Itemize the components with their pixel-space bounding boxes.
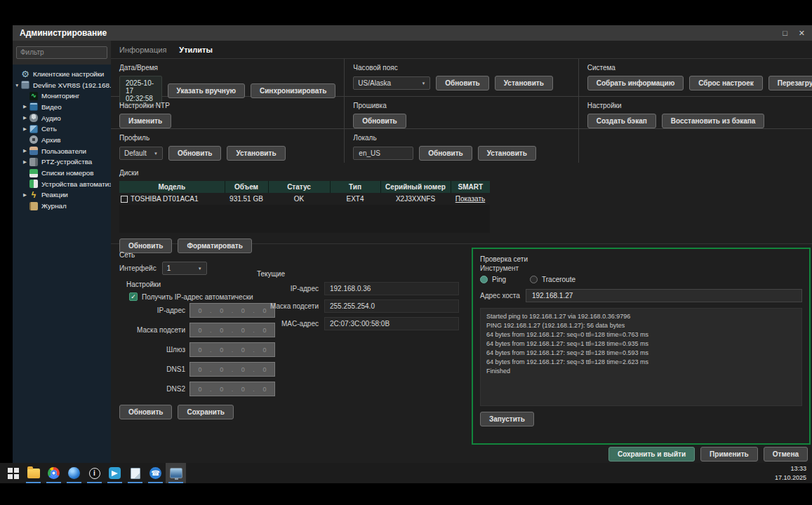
- timezone-refresh-button[interactable]: Обновить: [436, 76, 488, 90]
- section-backup: Настройки Создать бэкап Восстановить из …: [579, 97, 812, 129]
- gateway-input[interactable]: 0. 0. 0. 0: [189, 342, 275, 357]
- taskbar-clock[interactable]: 13:33 17.10.2025: [775, 463, 812, 483]
- cancel-button[interactable]: Отмена: [764, 447, 808, 462]
- run-button[interactable]: Запустить: [480, 412, 534, 426]
- tab-utilities[interactable]: Утилиты: [179, 46, 213, 54]
- sidebar-item-device[interactable]: ▼ Devline XVR8S (192.168.0.36): [13, 79, 111, 90]
- taskbar-notepad[interactable]: [125, 463, 145, 483]
- section-ntp: Настройки NTP Изменить: [111, 97, 344, 129]
- expand-arrow[interactable]: ▶: [23, 126, 29, 132]
- dns2-input[interactable]: 0. 0. 0. 0: [189, 382, 275, 396]
- interface-select[interactable]: 1 ▼: [162, 262, 207, 275]
- ntp-edit-button[interactable]: Изменить: [119, 114, 171, 128]
- locale-set-button[interactable]: Установить: [478, 146, 536, 161]
- sidebar-item-users[interactable]: ▶ Пользователи: [13, 145, 111, 156]
- section-disks: Диски Модель Объем Статус Тип Серийный н…: [111, 163, 812, 244]
- section-firmware: Прошивка Обновить: [345, 97, 578, 129]
- octet: 0: [233, 366, 253, 373]
- field-label: Шлюз: [119, 346, 185, 354]
- dns1-row: DNS1 0. 0. 0. 0: [119, 362, 467, 377]
- set-manually-button[interactable]: Указать вручную: [168, 83, 245, 98]
- sidebar-item-label: Мониторинг: [41, 92, 79, 100]
- sidebar-item-archive[interactable]: Архив: [13, 135, 111, 146]
- paper-plane-icon: [109, 467, 121, 479]
- tool-label: Инструмент: [480, 264, 802, 272]
- sidebar-item-video[interactable]: ▶ Видео: [13, 102, 111, 113]
- reset-settings-button[interactable]: Сброс настроек: [689, 76, 763, 90]
- profile-refresh-button[interactable]: Обновить: [168, 146, 221, 161]
- taskbar-info-app[interactable]: i: [84, 463, 105, 483]
- octet: 0: [190, 346, 210, 354]
- locale-refresh-button[interactable]: Обновить: [419, 146, 472, 161]
- restore-backup-button[interactable]: Восстановить из бэкапа: [662, 114, 765, 128]
- save-and-exit-button[interactable]: Сохранить и выйти: [608, 447, 695, 462]
- section-profile: Профиль Default ▼ Обновить Установить: [111, 129, 344, 163]
- network-save-button[interactable]: Сохранить: [178, 405, 234, 419]
- traceroute-radio[interactable]: Traceroute: [530, 276, 575, 283]
- expand-arrow[interactable]: ▶: [23, 159, 29, 165]
- network-icon: [29, 125, 38, 133]
- sidebar-item-automation[interactable]: Устройства автоматизации: [13, 178, 111, 189]
- table-row[interactable]: TOSHIBA DT01ACA1 931.51 GB OK EXT4 X2J3X…: [119, 193, 490, 205]
- sidebar-item-label: Видео: [41, 103, 62, 111]
- reboot-button[interactable]: Перезагрузить: [768, 76, 812, 90]
- sidebar-item-network[interactable]: ▶ Сеть: [13, 123, 111, 135]
- profile-set-button[interactable]: Установить: [227, 146, 285, 161]
- octet: 0: [212, 386, 232, 393]
- disk-checkbox[interactable]: [121, 196, 128, 203]
- taskbar-browser[interactable]: [64, 463, 84, 483]
- title-bar[interactable]: Администрирование □ ✕: [13, 25, 812, 41]
- monitor-icon: [170, 468, 182, 478]
- sidebar-item-label: Списки номеров: [41, 169, 93, 177]
- timezone-set-button[interactable]: Установить: [495, 76, 553, 90]
- sidebar-item-monitoring[interactable]: Мониторинг: [13, 90, 111, 102]
- filter-input[interactable]: [16, 46, 107, 59]
- lightning-icon: [29, 191, 38, 199]
- collect-info-button[interactable]: Собрать информацию: [587, 76, 684, 90]
- tab-information[interactable]: Информация: [119, 46, 166, 54]
- host-address-input[interactable]: 192.168.1.27: [526, 289, 802, 302]
- tab-bar: Информация Утилиты: [111, 41, 812, 59]
- locale-input[interactable]: en_US: [353, 147, 413, 160]
- sidebar-item-client-settings[interactable]: Клиентские настройки: [13, 69, 111, 80]
- start-button[interactable]: [3, 463, 23, 483]
- sidebar-item-plate-lists[interactable]: Списки номеров: [13, 168, 111, 179]
- taskbar-devline-app[interactable]: [166, 463, 186, 483]
- expand-arrow[interactable]: ▶: [23, 104, 29, 109]
- apply-button[interactable]: Применить: [700, 447, 758, 462]
- taskbar-chrome[interactable]: [44, 463, 64, 483]
- disks-header-row: Модель Объем Статус Тип Серийный номер S…: [119, 181, 490, 193]
- dns1-input[interactable]: 0. 0. 0. 0: [189, 362, 275, 377]
- current-label: Маска подсети: [257, 302, 319, 310]
- maximize-button[interactable]: □: [783, 29, 787, 38]
- sidebar-item-journal[interactable]: Журнал: [13, 201, 111, 212]
- octet: 0: [212, 307, 232, 314]
- sidebar-item-label: Устройства автоматизации: [41, 180, 111, 188]
- timezone-select[interactable]: US/Alaska ▼: [353, 76, 430, 90]
- close-button[interactable]: ✕: [799, 29, 805, 38]
- profile-select[interactable]: Default ▼: [119, 147, 163, 160]
- octet: 0: [233, 386, 253, 393]
- sidebar-item-audio[interactable]: ▶ Аудио: [13, 112, 111, 123]
- expand-arrow[interactable]: ▶: [23, 115, 29, 121]
- expand-arrow[interactable]: ▶: [23, 148, 29, 154]
- sidebar-item-reactions[interactable]: ▶ Реакции: [13, 189, 111, 201]
- taskbar-explorer[interactable]: [23, 463, 44, 483]
- column-header: Модель: [119, 181, 225, 193]
- sidebar-item-ptz[interactable]: ▶ PTZ-устройства: [13, 156, 111, 168]
- field-label: DNS2: [119, 385, 185, 393]
- taskbar-phone-app[interactable]: [145, 463, 166, 483]
- create-backup-button[interactable]: Создать бэкап: [587, 114, 656, 128]
- network-refresh-button[interactable]: Обновить: [119, 405, 172, 419]
- dhcp-checkbox[interactable]: ✓: [129, 292, 138, 301]
- sidebar-item-label: Пользователи: [41, 147, 86, 155]
- sidebar-item-label: Архив: [41, 136, 60, 144]
- synchronize-button[interactable]: Синхронизировать: [251, 83, 335, 98]
- section-timezone: Часовой пояс US/Alaska ▼ Обновить Устано…: [345, 59, 578, 97]
- smart-show-link[interactable]: Показать: [455, 195, 486, 203]
- collapse-arrow[interactable]: ▼: [15, 83, 21, 88]
- taskbar-telegram[interactable]: [105, 463, 125, 483]
- expand-arrow[interactable]: ▶: [23, 192, 29, 198]
- firmware-update-button[interactable]: Обновить: [353, 114, 406, 128]
- ping-radio[interactable]: Ping: [480, 276, 506, 283]
